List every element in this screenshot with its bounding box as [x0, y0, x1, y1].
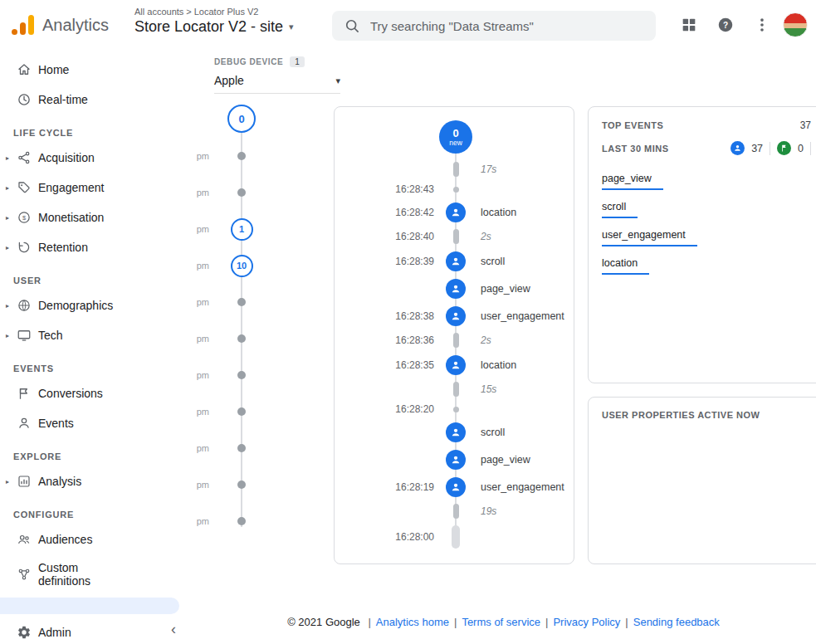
sidebar-item-admin[interactable]: Admin: [0, 617, 188, 644]
minute-dot[interactable]: [237, 152, 246, 160]
event-name-label[interactable]: user_engagement: [472, 481, 574, 493]
event-name-label[interactable]: scroll: [472, 427, 574, 438]
event-person-icon[interactable]: [446, 279, 466, 299]
breadcrumb-root[interactable]: All accounts: [134, 7, 183, 17]
minute-time-label: pm: [179, 151, 209, 161]
expand-arrow-icon[interactable]: ▸: [6, 184, 9, 192]
search-bar[interactable]: [332, 11, 656, 41]
sidebar-item-audiences[interactable]: Audiences: [0, 524, 188, 554]
seconds-row-end: 16:28:00: [335, 522, 574, 552]
minute-bubble[interactable]: 1: [231, 218, 253, 241]
top-event-name[interactable]: page_view: [602, 173, 663, 190]
event-name-label[interactable]: page_view: [472, 283, 574, 295]
sidebar-item-retention[interactable]: ▸Retention: [0, 232, 188, 262]
expand-arrow-icon[interactable]: ▸: [6, 244, 9, 251]
sidebar-item-engagement[interactable]: ▸Engagement: [0, 173, 188, 202]
sidebar-item-monetisation[interactable]: ▸$Monetisation: [0, 202, 188, 232]
top-event-name[interactable]: scroll: [602, 201, 638, 218]
sidebar-item-custom-definitions[interactable]: Custom definitions: [0, 554, 188, 594]
minute-time-label: pm: [179, 407, 209, 417]
event-person-icon[interactable]: [446, 202, 466, 222]
event-person-icon[interactable]: [446, 306, 466, 326]
minute-dot[interactable]: [237, 481, 246, 489]
sidebar-item-demographics[interactable]: ▸Demographics: [0, 290, 188, 320]
event-name-label[interactable]: scroll: [472, 256, 574, 267]
minute-bubble[interactable]: 10: [231, 255, 253, 277]
top-event-row[interactable]: page_view: [602, 170, 811, 190]
debug-device-count-badge: 1: [290, 56, 305, 67]
top-events-counters: 370: [730, 141, 811, 155]
sidebar-item-real-time[interactable]: Real-time: [0, 85, 188, 115]
event-timestamp: 16:28:42: [335, 207, 439, 218]
demographics-icon: [17, 298, 32, 313]
more-menu-button[interactable]: [746, 9, 778, 41]
minute-dot[interactable]: [237, 444, 246, 452]
footer-link-terms-of-service[interactable]: Terms of service: [462, 616, 540, 628]
minute-dot[interactable]: [237, 371, 246, 379]
gap-duration-label: 2s: [472, 334, 574, 346]
minute-dot[interactable]: [237, 334, 246, 343]
user-avatar[interactable]: [783, 12, 808, 37]
minutes-row: pm: [179, 174, 276, 211]
expand-arrow-icon[interactable]: ▸: [6, 302, 9, 310]
expand-arrow-icon[interactable]: ▸: [6, 332, 9, 339]
sidebar-item-label: Tech: [38, 329, 63, 342]
top-event-name[interactable]: location: [602, 257, 649, 275]
footer-separator: |: [625, 616, 628, 628]
sidebar-item-label: Home: [38, 63, 69, 76]
footer-link-analytics-home[interactable]: Analytics home: [376, 616, 449, 628]
copyright-text: © 2021 Google: [287, 616, 360, 628]
minute-dot[interactable]: [237, 517, 246, 525]
sidebar-item-acquisition[interactable]: ▸Acquisition: [0, 143, 188, 173]
top-event-row[interactable]: location: [602, 255, 811, 275]
breadcrumb[interactable]: All accounts>Locator Plus V2: [134, 7, 294, 17]
sidebar-item-tech[interactable]: ▸Tech: [0, 320, 188, 350]
expand-arrow-icon[interactable]: ▸: [6, 478, 9, 485]
sidebar-item-home[interactable]: Home: [0, 55, 188, 85]
sidebar-collapse-button[interactable]: ‹: [163, 618, 184, 640]
event-person-icon[interactable]: [446, 477, 466, 497]
event-person-icon[interactable]: [446, 355, 466, 375]
minute-dot[interactable]: [237, 298, 246, 306]
top-event-name[interactable]: user_engagement: [602, 229, 697, 246]
top-event-row[interactable]: scroll: [602, 198, 811, 218]
analytics-logo[interactable]: Analytics: [12, 0, 109, 50]
gap-indicator: [453, 162, 459, 177]
seconds-rows: 17s16:28:4316:28:42location16:28:402s16:…: [335, 159, 574, 552]
seconds-row-marker: 16:28:20: [335, 400, 574, 418]
expand-arrow-icon[interactable]: ▸: [6, 154, 9, 162]
current-minute-bubble[interactable]: 0 new: [439, 120, 472, 154]
minute-bubble-current[interactable]: 0: [227, 105, 256, 133]
sidebar-item-analysis[interactable]: ▸Analysis: [0, 466, 188, 496]
footer-link-privacy-policy[interactable]: Privacy Policy: [553, 616, 620, 628]
sidebar-item-events[interactable]: Events: [0, 408, 188, 438]
expand-arrow-icon[interactable]: ▸: [6, 214, 9, 222]
event-person-icon[interactable]: [446, 251, 466, 271]
event-name-label[interactable]: user_engagement: [472, 310, 574, 322]
sidebar-section-events: EVENTS: [0, 350, 188, 378]
seconds-row-event: 16:28:42location: [335, 198, 574, 226]
custom-icon: [17, 567, 32, 582]
debug-device-label: DEBUG DEVICE: [214, 57, 283, 66]
top-event-row[interactable]: user_engagement: [602, 227, 811, 246]
minute-dot[interactable]: [237, 188, 246, 197]
event-timestamp: 16:28:00: [335, 531, 439, 543]
event-person-icon[interactable]: [446, 422, 466, 442]
footer-link-sending-feedback[interactable]: Sending feedback: [633, 616, 720, 628]
sidebar-item-conversions[interactable]: Conversions: [0, 378, 188, 408]
event-name-label[interactable]: page_view: [472, 454, 574, 466]
breadcrumb-account[interactable]: Locator Plus V2: [194, 7, 259, 17]
apps-grid-button[interactable]: [673, 9, 705, 41]
minute-dot[interactable]: [237, 407, 246, 416]
event-name-label[interactable]: location: [472, 207, 574, 218]
sidebar-selected-highlight[interactable]: [0, 598, 179, 614]
event-name-label[interactable]: location: [472, 359, 574, 371]
search-input[interactable]: [370, 19, 644, 33]
help-button[interactable]: ?: [710, 9, 741, 41]
event-person-icon[interactable]: [446, 450, 466, 470]
property-selector[interactable]: Store Locator V2 - site ▾: [134, 18, 294, 36]
top-events-list: page_viewscrolluser_engagementlocation: [602, 170, 811, 275]
top-events-title: TOP EVENTS: [602, 120, 663, 130]
debug-device-select[interactable]: Apple ▾: [214, 74, 340, 94]
counter-divider: [810, 142, 811, 155]
